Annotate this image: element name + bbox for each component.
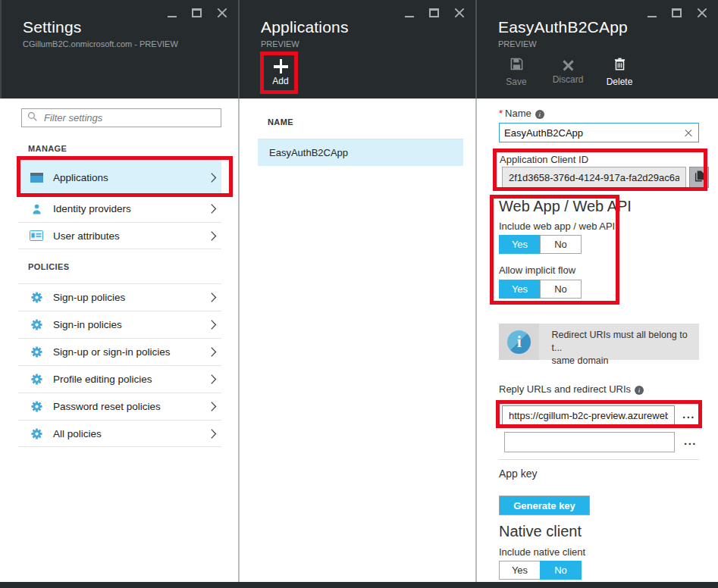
sidebar-item-label: Password reset policies [53, 401, 161, 412]
include-native-yes[interactable]: Yes [499, 561, 541, 580]
web-app-section-title: Web App / Web API [499, 198, 632, 215]
info-line-2: same domain [551, 355, 699, 368]
add-button[interactable]: Add [263, 55, 298, 90]
discard-x-icon [563, 59, 574, 70]
blade-subtitle: CGillumB2C.onmicrosoft.com - PREVIEW [23, 39, 178, 48]
sidebar-item-sign-up-or-sign-in-policies[interactable]: Sign-up or sign-in policies [18, 338, 221, 365]
delete-label: Delete [607, 77, 633, 87]
blade-subtitle: PREVIEW [261, 39, 299, 48]
include-web-label: Include web app / web API [499, 220, 615, 232]
include-web-yes[interactable]: Yes [499, 235, 541, 254]
maximize-icon[interactable] [192, 8, 202, 17]
chevron-right-icon [210, 292, 217, 303]
minimize-icon[interactable] [405, 16, 414, 17]
add-button-label: Add [272, 76, 288, 86]
section-label-policies: POLICIES [28, 262, 70, 271]
name-field-label: Name [505, 108, 531, 119]
info-icon [635, 386, 644, 395]
applications-blade-body: NAME EasyAuthB2CApp [240, 99, 477, 588]
sidebar-item-sign-up-policies[interactable]: Sign-up policies [18, 283, 221, 311]
reply-url-menu-2[interactable]: ... [684, 434, 697, 447]
chevron-right-icon [210, 203, 217, 214]
sidebar-item-label: Profile editing policies [53, 374, 152, 385]
app-key-label: App key [499, 468, 538, 480]
gear-icon [29, 346, 44, 358]
applications-blade: Applications PREVIEW Add NAME EasyAuthB2… [240, 0, 477, 588]
azure-b2c-portal: Settings CGillumB2C.onmicrosoft.com - PR… [0, 0, 718, 588]
save-label: Save [506, 77, 526, 87]
window-bottom-edge [0, 582, 718, 588]
save-icon [510, 58, 523, 73]
client-id-input[interactable] [502, 167, 686, 188]
plus-icon [274, 59, 288, 74]
gear-icon [29, 318, 44, 331]
reply-url-input-1[interactable] [502, 405, 675, 426]
copy-button[interactable] [689, 167, 709, 188]
copy-icon [694, 170, 704, 185]
application-name: EasyAuthB2CApp [269, 147, 348, 158]
chevron-right-icon [210, 230, 217, 242]
discard-label: Discard [553, 74, 584, 85]
chevron-right-icon [210, 346, 217, 358]
include-web-no[interactable]: No [540, 235, 582, 254]
sidebar-item-label: Sign-in policies [53, 319, 122, 330]
implicit-flow-toggle: Yes No [499, 280, 582, 299]
native-client-title: Native client [499, 523, 582, 540]
application-list-row[interactable]: EasyAuthB2CApp [258, 139, 463, 166]
sidebar-item-password-reset-policies[interactable]: Password reset policies [18, 393, 221, 420]
chevron-right-icon [210, 319, 217, 330]
close-icon[interactable] [217, 8, 227, 18]
reply-url-input-2[interactable] [504, 432, 675, 452]
name-input[interactable] [500, 127, 679, 139]
save-button[interactable]: Save [500, 58, 533, 87]
clear-icon[interactable] [685, 129, 692, 136]
reply-urls-label-row: Reply URLs and redirect URIs [499, 383, 644, 395]
include-native-no[interactable]: No [540, 561, 582, 580]
chevron-right-icon [210, 401, 217, 412]
reply-url-menu-1[interactable]: ... [682, 408, 695, 421]
blade-title: Applications [261, 18, 349, 36]
divider [499, 459, 699, 460]
sidebar-item-label: User attributes [53, 230, 120, 242]
close-icon[interactable] [454, 8, 465, 18]
applications-blade-header: Applications PREVIEW Add [240, 0, 477, 99]
minimize-icon[interactable] [168, 16, 177, 17]
sidebar-item-user-attributes[interactable]: User attributes [18, 222, 221, 249]
sidebar-item-label: Applications [53, 172, 108, 183]
generate-key-button[interactable]: Generate key [499, 496, 590, 515]
maximize-icon[interactable] [429, 8, 439, 17]
settings-blade: Settings CGillumB2C.onmicrosoft.com - PR… [0, 0, 240, 588]
chevron-right-icon [210, 172, 217, 183]
chevron-right-icon [210, 428, 217, 439]
gear-icon [29, 291, 44, 304]
close-icon[interactable] [697, 8, 707, 18]
gear-icon [29, 373, 44, 386]
implicit-flow-no[interactable]: No [540, 280, 582, 299]
info-banner-icon-wrap [499, 324, 539, 360]
info-line-1: Redirect URIs must all belong to t... [551, 329, 699, 355]
app-editor-blade: EasyAuthB2CApp PREVIEW Save Discard Dele… [477, 0, 718, 588]
delete-button[interactable]: Delete [603, 58, 636, 87]
client-id-label: Application Client ID [500, 154, 588, 165]
blade-subtitle: PREVIEW [498, 39, 537, 48]
sidebar-item-all-policies[interactable]: All policies [18, 420, 221, 447]
implicit-flow-yes[interactable]: Yes [499, 280, 541, 299]
sidebar-item-profile-editing-policies[interactable]: Profile editing policies [18, 365, 221, 393]
sidebar-item-applications[interactable]: Applications [18, 160, 221, 194]
sidebar-item-identity-providers[interactable]: Identity providers [18, 195, 221, 222]
blade-title: EasyAuthB2CApp [498, 18, 628, 36]
minimize-icon[interactable] [647, 16, 657, 17]
discard-button[interactable]: Discard [551, 58, 585, 87]
chevron-right-icon [210, 374, 217, 385]
sidebar-item-label: Sign-up policies [53, 292, 125, 303]
info-banner: Redirect URIs must all belong to t... sa… [499, 324, 699, 360]
gear-icon [29, 427, 44, 440]
name-input-wrap [499, 123, 699, 142]
section-label-manage: MANAGE [28, 144, 67, 153]
include-web-toggle: Yes No [499, 235, 582, 254]
maximize-icon[interactable] [672, 8, 682, 17]
filter-settings-input[interactable] [42, 111, 215, 124]
window-controls [405, 6, 465, 20]
sidebar-item-sign-in-policies[interactable]: Sign-in policies [18, 311, 221, 338]
include-native-toggle: Yes No [499, 561, 582, 580]
